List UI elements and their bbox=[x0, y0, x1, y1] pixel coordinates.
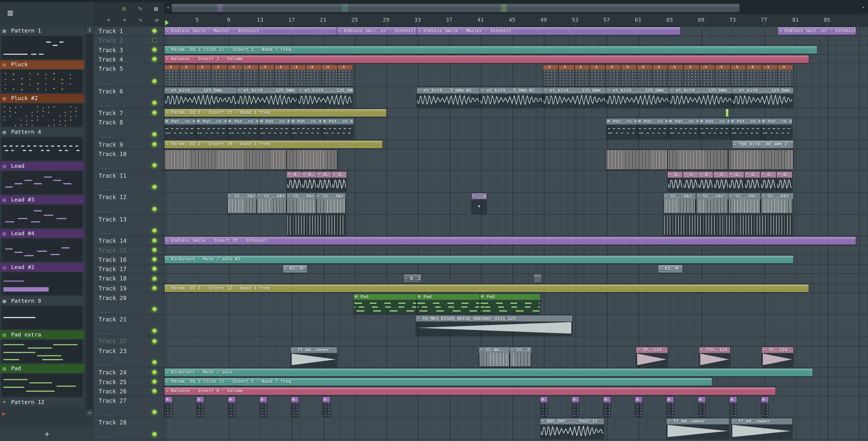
audio-clip[interactable] bbox=[728, 150, 793, 170]
audio-clip[interactable]: ↦TFH..124 bbox=[699, 347, 730, 367]
audio-clip[interactable]: ..k bbox=[590, 65, 605, 86]
toolbar-piano-roll-icon[interactable]: ▦ bbox=[151, 5, 162, 12]
pattern-clip[interactable]: ▤Pat..rn 4 bbox=[290, 118, 322, 139]
audio-clip[interactable]: ↦d. bbox=[683, 171, 698, 191]
pattern-clip[interactable]: ▤Pat..rn 4 bbox=[322, 118, 354, 139]
audio-clip[interactable]: ..k bbox=[543, 65, 558, 86]
track-mute-led[interactable] bbox=[152, 266, 157, 271]
audio-clip[interactable]: ..k bbox=[306, 65, 321, 86]
audio-clip[interactable]: ↦et_kit9_..._125_D#m bbox=[298, 87, 353, 107]
audio-clip-group[interactable]: ..k..k..k..k..k..k..k..k..k..k..k..k bbox=[164, 65, 353, 86]
playlist-track-lane[interactable]: ∿Param. EQ 2 - Insert 20 - Band 1 freq↦f… bbox=[164, 140, 868, 149]
track-name[interactable]: Track 1 bbox=[98, 28, 123, 34]
track-name[interactable]: Track 8 bbox=[98, 119, 123, 126]
track-mute-led[interactable] bbox=[152, 48, 157, 52]
audio-clip[interactable]: ↦et_kit9_..._125_D#m bbox=[606, 87, 669, 107]
audio-clip-group[interactable]: ..k..k..k..k..k..k..k..k..k..k..k..k..k.… bbox=[543, 65, 793, 86]
playlist-track-lane[interactable]: ↦d.↦d.↦d.↦d.↦d.↦d.↦d.↦d.↦d.↦d.↦d.↦d. bbox=[164, 171, 868, 193]
track-header[interactable]: Track 15 bbox=[94, 246, 164, 255]
track-header[interactable]: Track 11... bbox=[94, 171, 164, 193]
track-name[interactable]: Track 14 bbox=[98, 238, 127, 244]
track-mute-led[interactable] bbox=[152, 185, 157, 189]
audio-clip[interactable]: ↦TF..124 bbox=[636, 347, 668, 367]
pattern-preview[interactable] bbox=[2, 374, 83, 397]
audio-clip[interactable]: ↦SS_dm.. bbox=[479, 347, 510, 367]
playlist-track-lane[interactable]: ▤Pat..rn 4▤Pat..rn 4▤Pat..rn 4▤Pat..rn 4… bbox=[164, 118, 868, 140]
automation-clip[interactable]: ∿Param. EQ 2 - Insert 12 - Band 1 freq bbox=[164, 284, 809, 292]
playlist-track-lane[interactable] bbox=[164, 246, 868, 255]
playlist-track-lane[interactable] bbox=[164, 149, 868, 171]
track-header[interactable]: Track 19 bbox=[94, 284, 164, 293]
track-mute-led[interactable] bbox=[152, 79, 157, 84]
automation-clip[interactable]: ∿Balance - Insert 1 - Volume bbox=[164, 56, 809, 63]
audio-clip[interactable]: ↦et_kit9_..5_D#m #2 bbox=[480, 87, 543, 107]
track-name[interactable]: Track 20 bbox=[98, 294, 127, 301]
track-header[interactable]: Track 22 bbox=[94, 337, 164, 346]
audio-clip[interactable] bbox=[606, 150, 668, 170]
audio-clip[interactable]: ..k bbox=[621, 65, 636, 86]
audio-clip[interactable]: ..k bbox=[778, 65, 793, 86]
track-mute-led[interactable] bbox=[152, 29, 157, 33]
audio-clip[interactable]: ..k bbox=[259, 65, 274, 86]
pattern-item[interactable]: ▤Pluck #2 bbox=[0, 94, 84, 103]
playhead-start-marker[interactable] bbox=[165, 20, 169, 25]
track-header[interactable]: Track 3 bbox=[94, 45, 164, 55]
track-name[interactable]: Track 10 bbox=[98, 151, 127, 157]
pattern-item[interactable]: ▤Lead #4 bbox=[0, 229, 84, 238]
pattern-clip-mini[interactable]: ▤ bbox=[540, 397, 548, 417]
pattern-item[interactable]: ▤Pluck bbox=[0, 60, 84, 69]
automation-clip[interactable]: ∿Param. EQ 2 (Slot 1) - Insert 5 - Band … bbox=[164, 378, 712, 385]
toolbar-stretch-icon[interactable]: ⇄ bbox=[151, 17, 162, 24]
playlist-track-lane[interactable]: ∿Endless Smile - Master - Intensit∿Endle… bbox=[164, 27, 868, 36]
track-mute-led[interactable] bbox=[152, 57, 157, 61]
automation-clip[interactable]: ∿Kickstart - Mute / solo bbox=[164, 369, 813, 376]
playlist-track-lane[interactable]: ..k..k..k..k..k..k..k..k..k..k..k..k..k.… bbox=[164, 64, 868, 87]
playlist-track-lane[interactable]: ↦KS..M↦KS..M bbox=[164, 264, 868, 274]
pattern-clip[interactable]: ▤Pat..rn 4 bbox=[606, 118, 637, 139]
track-header[interactable]: Track 14 bbox=[94, 236, 164, 246]
audio-clip[interactable]: ↦d. bbox=[713, 171, 728, 191]
pattern-preview[interactable] bbox=[2, 103, 83, 127]
playlist-track-lane[interactable]: ↦ff_md..owner↦SS_dm..↦SS..2↦TF..124↦TFH.… bbox=[164, 346, 868, 368]
pattern-clip-mini[interactable]: ▤ bbox=[228, 397, 236, 417]
audio-clip[interactable]: ..k bbox=[606, 65, 621, 86]
automation-clip[interactable]: ∿Param. EQ 2 (Slot 1) - Insert 1 - Band … bbox=[164, 46, 817, 54]
pattern-preview[interactable] bbox=[2, 171, 83, 194]
pattern-clip-mini[interactable]: ▤ bbox=[698, 397, 705, 417]
audio-clip[interactable] bbox=[534, 275, 541, 283]
pattern-clip-mini[interactable]: ▤ bbox=[165, 397, 172, 417]
pattern-clip[interactable]: ▤Pad bbox=[354, 294, 417, 314]
audio-clip[interactable]: ↦SS_..hkr bbox=[664, 193, 696, 214]
playlist-track-lane[interactable]: ∿Param. EQ 2 (Slot 1) - Insert 5 - Band … bbox=[164, 377, 868, 387]
audio-clip[interactable]: ↦SS_..hkr bbox=[728, 193, 761, 214]
playlist-h-scrollbar[interactable]: ◂ ▸ bbox=[164, 2, 868, 14]
pattern-item[interactable]: ▤Pattern 4 bbox=[0, 128, 84, 136]
audio-clip[interactable] bbox=[664, 215, 723, 235]
audio-clip[interactable]: ↦et_kit9_..._125_D#m bbox=[733, 87, 793, 107]
pattern-clip[interactable]: ▤Pat..rn 4 bbox=[637, 118, 668, 139]
pattern-clip[interactable]: ▤Pad bbox=[417, 294, 480, 314]
track-mute-led[interactable] bbox=[152, 410, 157, 414]
track-name[interactable]: Track 27 bbox=[98, 397, 127, 404]
pattern-clip[interactable]: ▤Pad bbox=[480, 294, 540, 314]
track-mute-led[interactable] bbox=[152, 111, 157, 115]
audio-clip[interactable]: ↦SS_..hkr bbox=[287, 193, 316, 214]
picker-scroll-top-button[interactable]: I bbox=[87, 27, 93, 34]
pattern-item[interactable]: ▤Pad bbox=[0, 364, 84, 373]
track-header[interactable]: Track 21... bbox=[94, 315, 164, 337]
audio-clip[interactable]: ↦et_kit9_..._125_D#m bbox=[164, 87, 237, 107]
audio-clip[interactable]: ↦et_kit9_..5_D#m #2 bbox=[417, 87, 480, 107]
playlist-track-lane[interactable]: ∿Endless Smile - Insert 25 - Intensit bbox=[164, 236, 868, 246]
scroll-right-button[interactable]: ▸ bbox=[860, 4, 867, 10]
track-header[interactable]: Track 28... bbox=[94, 418, 164, 440]
audio-clip[interactable]: ↦d. bbox=[317, 171, 332, 191]
audio-clip[interactable]: ..k bbox=[700, 65, 715, 86]
pattern-preview[interactable] bbox=[2, 239, 83, 262]
audio-clip[interactable]: ↦et_kit9_..._125_D#m bbox=[543, 87, 606, 107]
automation-clip[interactable]: ∿Endless Smil..er - Intensit bbox=[778, 27, 856, 35]
toolbar-add-icon[interactable]: + bbox=[103, 17, 114, 24]
playlist-track-lane[interactable]: ∿Param. EQ 2 - Insert 15 - Band 1 freq bbox=[164, 108, 868, 118]
track-name[interactable]: Track 6 bbox=[98, 88, 123, 95]
track-header[interactable]: Track 9 bbox=[94, 140, 164, 149]
track-name[interactable]: Track 5 bbox=[98, 65, 123, 72]
